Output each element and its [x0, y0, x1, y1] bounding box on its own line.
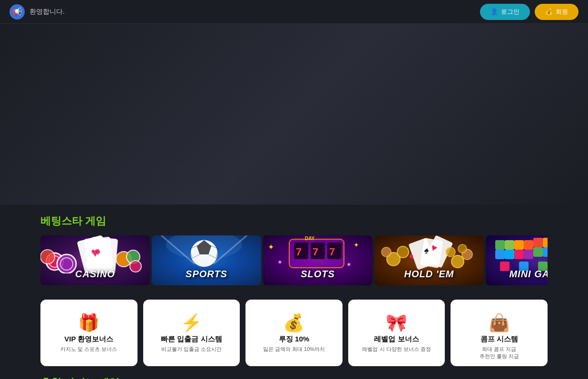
promo-card-comp[interactable]: 👜 콤프 시스템 최대 콤프 지급추천인 롤링 지급	[451, 300, 548, 366]
welcome-text: 환영합니다.	[29, 8, 65, 16]
svg-rect-57	[543, 247, 548, 257]
minigames-label: MINI GAMES	[509, 269, 548, 280]
bottom-section-title: 추천 카지노 게임	[40, 376, 548, 379]
header-right: 👤 로그인 💰 회원	[480, 4, 578, 20]
svg-text:✦: ✦	[268, 243, 274, 251]
bottom-section: 추천 카지노 게임	[0, 371, 588, 379]
section-title: 베팅스타 게임	[40, 214, 548, 228]
sports-label: SPORTS	[186, 269, 227, 280]
svg-text:DAY: DAY	[305, 236, 315, 241]
promo-card-fast[interactable]: ⚡ 빠른 입출금 시스템 비교불가 입출금 소요시간	[143, 300, 240, 366]
losing-title: 루징 10%	[279, 335, 309, 344]
user-icon: 👤	[490, 8, 498, 15]
svg-text:7: 7	[329, 246, 335, 258]
comp-desc: 최대 콤프 지급추천인 롤링 지급	[480, 346, 519, 360]
megaphone-icon: 📢	[10, 4, 25, 19]
svg-text:♦: ♦	[95, 245, 101, 258]
wallet-icon: 💰	[545, 8, 553, 15]
game-card-holdem[interactable]: ♦ ♠ ♥ HOLD 'EM	[374, 235, 484, 285]
losing-desc: 잃은 금액의 최대 10%까지	[263, 346, 325, 353]
hero-overlay	[0, 24, 588, 204]
svg-text:7: 7	[313, 246, 318, 258]
svg-text:7: 7	[296, 246, 302, 258]
sports-decoration	[152, 235, 256, 273]
vip-desc: 카지노 및 스포츠 보너스	[60, 346, 117, 353]
svg-rect-46	[495, 240, 505, 250]
svg-rect-47	[505, 240, 514, 250]
svg-text:★: ★	[277, 259, 283, 265]
levelup-desc: 레벨업 시 다양한 보너스 증정	[362, 346, 431, 353]
fast-desc: 비교불가 입출금 소요시간	[161, 346, 222, 353]
hero-banner	[0, 24, 588, 204]
holdem-decoration: ♦ ♠ ♥	[374, 235, 479, 273]
vip-icon: 🎁	[78, 307, 99, 333]
levelup-icon: 🎀	[386, 307, 407, 333]
fast-icon: ⚡	[181, 307, 202, 333]
casino-label: CASINO	[75, 269, 115, 280]
game-card-casino[interactable]: ♥ ♦ CASINO	[40, 235, 150, 285]
promo-section: 🎁 VIP 환영보너스 카지노 및 스포츠 보너스 ⚡ 빠른 입출금 시스템 비…	[0, 290, 588, 371]
vip-title: VIP 환영보너스	[64, 335, 113, 344]
svg-rect-50	[514, 240, 524, 250]
game-section: 베팅스타 게임 ♥ ♦	[0, 204, 588, 290]
promo-card-vip[interactable]: 🎁 VIP 환영보너스 카지노 및 스포츠 보너스	[40, 300, 137, 366]
casino-decoration: ♥ ♦	[40, 235, 145, 273]
header: 📢 환영합니다. 👤 로그인 💰 회원	[0, 0, 588, 24]
svg-point-35	[382, 247, 391, 257]
slots-label: SLOTS	[301, 269, 335, 280]
svg-rect-49	[505, 250, 514, 259]
svg-text:✦: ✦	[353, 241, 359, 249]
svg-rect-64	[500, 262, 510, 271]
login-button[interactable]: 👤 로그인	[480, 4, 530, 20]
svg-rect-52	[514, 250, 524, 259]
promo-card-levelup[interactable]: 🎀 레벨업 보너스 레벨업 시 다양한 보너스 증정	[348, 300, 445, 366]
svg-point-4	[40, 250, 55, 264]
comp-title: 콤프 시스템	[480, 335, 518, 344]
svg-point-44	[458, 244, 467, 253]
fast-title: 빠른 입출금 시스템	[161, 335, 222, 344]
header-left: 📢 환영합니다.	[10, 4, 65, 19]
promo-card-losing[interactable]: 💰 루징 10% 잃은 금액의 최대 10%까지	[245, 300, 343, 366]
svg-rect-55	[543, 238, 548, 247]
slots-decoration: 7 7 7 DAY ✦ ✦ ★ ★	[263, 235, 368, 273]
game-card-slots[interactable]: 7 7 7 DAY ✦ ✦ ★ ★ SLOTS	[263, 235, 372, 285]
svg-rect-53	[524, 250, 533, 259]
losing-icon: 💰	[283, 307, 304, 333]
svg-rect-56	[533, 247, 543, 257]
minigames-decoration	[486, 235, 548, 273]
svg-text:★: ★	[346, 261, 352, 268]
holdem-label: HOLD 'EM	[404, 269, 454, 280]
login-label: 로그인	[501, 8, 519, 16]
game-card-sports[interactable]: SPORTS	[152, 235, 261, 285]
game-cards-row: ♥ ♦ CASINO	[40, 235, 548, 285]
svg-point-12	[130, 261, 141, 272]
register-label: 회원	[556, 8, 568, 16]
register-button[interactable]: 💰 회원	[535, 4, 578, 20]
svg-point-42	[451, 255, 464, 268]
svg-rect-54	[533, 238, 543, 247]
game-card-minigames[interactable]: MINI GAMES	[486, 235, 548, 285]
svg-rect-51	[524, 240, 533, 250]
svg-rect-48	[495, 250, 505, 259]
levelup-title: 레벨업 보너스	[374, 335, 419, 344]
comp-icon: 👜	[489, 307, 510, 333]
svg-point-45	[446, 247, 455, 257]
